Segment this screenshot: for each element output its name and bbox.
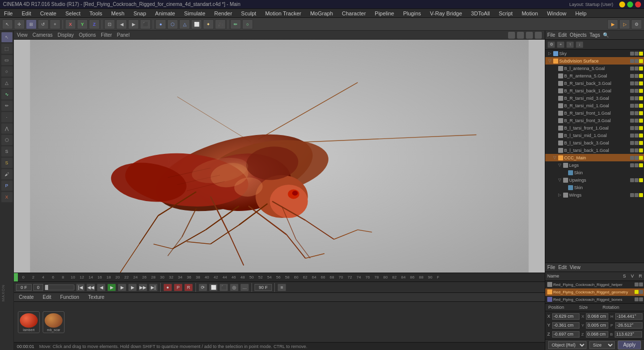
tb-axis-z[interactable]: Z [89,19,100,29]
obj-br-antenna5[interactable]: B_R_antenna_5.Goal [545,72,644,79]
obj-br-tarsi-front3[interactable]: B_R_tarsi_front_3.Goal [545,117,644,124]
menu-3dtoall[interactable]: 3DToAll [469,10,492,17]
transport-prev-frame[interactable]: ◀ [97,283,106,291]
tb-obj-cone[interactable]: △ [179,19,190,29]
tool-xpresso[interactable]: X [1,192,13,203]
menu-edit[interactable]: Edit [20,10,33,17]
obj-toolbar-btn1[interactable]: ⚙ [547,41,555,48]
tb-transform-tool[interactable]: + [50,19,61,29]
attr-tab-file[interactable]: File [547,265,555,270]
attr-size-v[interactable] [586,322,608,329]
attr-rot-b[interactable] [615,331,642,338]
obj-tab-tags[interactable]: Tags [589,32,600,38]
vp-menu-display[interactable]: Display [58,32,74,38]
tb-cursor-tool[interactable]: ↖ [2,19,13,29]
obj-br-tarsi-mid1[interactable]: B_R_tarsi_mid_1.Goal [545,102,644,109]
obj-br-tarsi-back1[interactable]: B_R_tarsi_back_1.Goal [545,87,644,94]
vp-icon-lock[interactable] [517,32,524,39]
transport-record-rot[interactable]: R [184,283,193,291]
attr-size-d[interactable] [586,331,608,338]
menu-motion[interactable]: Motion [519,10,540,17]
material-mb-scar[interactable]: mb_scar [43,311,64,333]
attr-tab-edit[interactable]: Edit [558,265,567,270]
tool-polys[interactable]: ⬡ [1,135,13,145]
menu-snap[interactable]: Snap [131,10,148,17]
menu-animate[interactable]: Animate [153,10,177,17]
attr-rot-p[interactable] [615,322,643,329]
tool-edges[interactable]: ⋀ [1,123,13,134]
menu-pipeline[interactable]: Pipeline [373,10,396,17]
transport-motion-blend[interactable]: ◎ [230,283,239,291]
menu-simulate[interactable]: Simulate [182,10,207,17]
obj-bl-tarsi-back3[interactable]: B_l_tarsi_back_3.Goal [545,139,644,146]
transport-play[interactable]: ▶ [107,283,116,291]
obj-tab-edit[interactable]: Edit [558,32,567,38]
vp-icon-maximize[interactable] [508,32,515,39]
tb-axis-y[interactable]: Y [77,19,88,29]
attr-size-h[interactable] [586,313,608,320]
vp-icon-cam[interactable] [526,32,533,39]
obj-bl-tarsi-front1[interactable]: B_l_tarsi_front_1.Goal [545,124,644,132]
menu-help[interactable]: Help [574,10,589,17]
tb-obj-light[interactable]: ✦ [203,19,214,29]
tool-sculpt-pull[interactable]: S [1,157,13,168]
obj-subdivision[interactable]: ▽ Subdivision Surface [545,57,644,65]
obj-toolbar-btn4[interactable]: ↓ [576,41,583,48]
obj-toolbar-btn3[interactable]: ↑ [566,41,574,48]
obj-tab-file[interactable]: File [547,32,555,38]
vp-icon-grid[interactable] [535,32,542,39]
maximize-button[interactable] [627,1,633,7]
tool-live-select[interactable]: ⬚ [1,43,13,54]
attr-tab-view[interactable]: View [570,265,580,270]
menu-render[interactable]: Render [212,10,234,17]
viewport-canvas[interactable] [14,40,545,273]
obj-br-tarsi-mid3[interactable]: B_R_tarsi_mid_3.Goal [545,94,644,102]
menu-plugins[interactable]: Plugins [401,10,423,17]
transport-next-frame[interactable]: ▶ [128,283,137,291]
transport-motion-path[interactable]: ⟳ [198,283,207,291]
timeline-track[interactable]: 0 2 4 6 8 10 12 14 16 18 20 22 24 26 28 … [18,273,545,281]
obj-br-tarsi-back3[interactable]: B_R_tarsi_back_3.Goal [545,79,644,87]
tb-scale-tool[interactable]: ⊞ [26,19,37,29]
tool-points[interactable]: · [1,112,13,123]
menu-mograph[interactable]: MoGraph [308,10,335,17]
close-button[interactable] [635,1,641,7]
tool-sculpt[interactable]: S [1,146,13,157]
tool-python[interactable]: P [1,180,13,191]
vp-menu-filter[interactable]: Filter [101,32,112,38]
tool-rect-select[interactable]: ▭ [1,55,13,66]
frame-end-field[interactable] [255,284,272,291]
obj-ccc-main[interactable]: ▽ CCC_Main [545,154,644,161]
apply-button[interactable]: Apply [618,341,641,350]
transport-motion-clip[interactable]: ⬜ [209,283,218,291]
menu-character[interactable]: Character [340,10,368,17]
attr-pos-x[interactable] [552,313,580,320]
obj-upwings[interactable]: ▽ Upwings [545,176,644,184]
transport-record-auto[interactable]: ● [163,283,172,291]
attr-rot-h[interactable] [615,313,643,320]
mat-menu-edit[interactable]: Edit [41,294,53,300]
attr-pos-z[interactable] [552,331,580,338]
vp-menu-options[interactable]: Options [79,32,96,38]
tb-rotate-tool[interactable]: ↺ [38,19,49,29]
tb-obj-cube[interactable]: ⬡ [167,19,178,29]
attr-obj-helper[interactable]: Red_Flying_Cockroach_Rigged_helper [545,281,644,288]
menu-sculpt[interactable]: Sculpt [239,10,258,17]
attr-size-mode-select[interactable]: Size Scale [589,341,615,349]
menu-tools[interactable]: Tools [87,10,104,17]
transport-play-fwd[interactable]: ▶ [118,283,127,291]
obj-skin-legs[interactable]: Skin [545,169,644,176]
tool-paint[interactable]: ✏ [1,100,13,111]
vp-menu-cameras[interactable]: Cameras [33,32,53,38]
menu-motion-tracker[interactable]: Motion Tracker [263,10,303,17]
tool-polygon-select[interactable]: △ [1,77,13,88]
vp-menu-panel[interactable]: Panel [117,32,130,38]
menu-create[interactable]: Create [38,10,59,17]
mat-menu-texture[interactable]: Texture [86,294,107,300]
material-lambert[interactable]: lambert [18,311,40,333]
menu-mesh[interactable]: Mesh [109,10,127,17]
minimize-button[interactable] [619,1,625,7]
obj-sky[interactable]: ▷ Sky [545,50,644,57]
transport-prev-key[interactable]: ◀◀ [86,283,95,291]
transport-motion-layer[interactable]: ⬛ [219,283,228,291]
